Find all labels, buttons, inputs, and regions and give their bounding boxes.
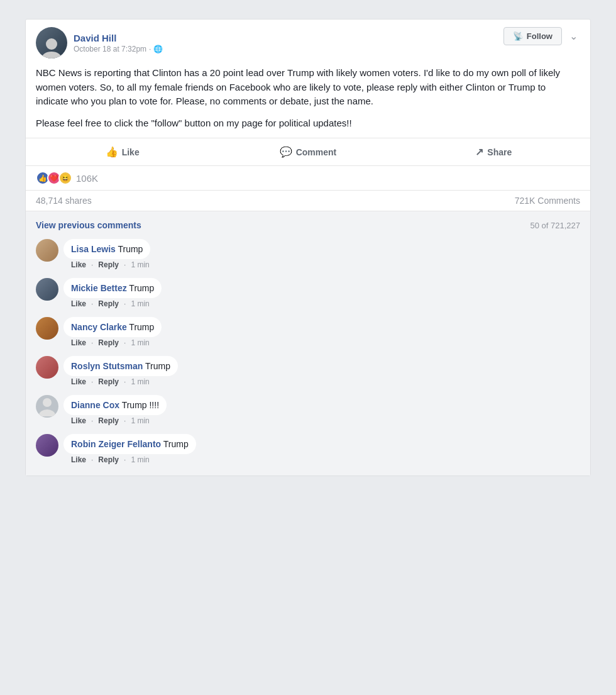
post-header: David Hill October 18 at 7:32pm · 🌐 📡 Fo…	[26, 19, 590, 64]
comment-bubble: Nancy Clarke Trump	[63, 317, 162, 337]
comment-item: Nancy Clarke Trump Like · Reply · 1 min	[26, 314, 590, 353]
dot-separator: ·	[124, 377, 126, 386]
comment-text: Trump	[145, 361, 170, 371]
comment-actions: Like · Reply · 1 min	[63, 454, 580, 464]
like-label: Like	[122, 147, 140, 157]
comment-actions: Like · Reply · 1 min	[63, 376, 580, 386]
comment-like-link[interactable]: Like	[71, 338, 86, 347]
comment-actions: Like · Reply · 1 min	[63, 337, 580, 347]
comments-container: Lisa Lewis Trump Like · Reply · 1 min Mi…	[26, 236, 590, 470]
comment-like-link[interactable]: Like	[71, 377, 86, 386]
dot-separator: ·	[91, 455, 93, 464]
commenter-avatar	[36, 356, 58, 379]
dot-separator: ·	[124, 260, 126, 269]
comment-item: Lisa Lewis Trump Like · Reply · 1 min	[26, 236, 590, 275]
dot-separator: ·	[124, 416, 126, 425]
dot-separator: ·	[124, 338, 126, 347]
comment-text: Trump	[118, 244, 143, 254]
shares-count[interactable]: 48,714 shares	[36, 196, 92, 206]
comment-item: Dianne Cox Trump !!!! Like · Reply · 1 m…	[26, 392, 590, 431]
comment-text: Trump	[163, 439, 189, 449]
reactions-bar: 👍 ❤️ 😆 106K	[26, 165, 590, 190]
comment-text: Trump	[129, 322, 154, 332]
post-header-left: David Hill October 18 at 7:32pm · 🌐	[36, 27, 163, 58]
comment-timestamp: 1 min	[131, 260, 149, 269]
svg-point-2	[43, 398, 52, 407]
svg-point-1	[41, 52, 62, 58]
commenter-avatar	[36, 395, 58, 418]
comment-like-link[interactable]: Like	[71, 260, 86, 269]
meta-dot: ·	[149, 45, 151, 53]
like-icon: 👍	[106, 146, 118, 158]
comment-actions: Like · Reply · 1 min	[63, 298, 580, 308]
comment-content: Lisa Lewis Trump Like · Reply · 1 min	[63, 239, 580, 269]
dot-separator: ·	[91, 299, 93, 308]
dot-separator: ·	[124, 299, 126, 308]
comment-bubble: Robin Zeiger Fellanto Trump	[63, 434, 196, 454]
follow-button[interactable]: 📡 Follow	[503, 27, 562, 45]
post-header-right: 📡 Follow ⌄	[503, 27, 580, 45]
share-button[interactable]: ↗ Share	[402, 141, 585, 163]
comment-reply-link[interactable]: Reply	[98, 455, 119, 464]
comment-button[interactable]: 💬 Comment	[216, 141, 399, 163]
comment-item: Robin Zeiger Fellanto Trump Like · Reply…	[26, 431, 590, 470]
commenter-name[interactable]: Robin Zeiger Fellanto	[71, 439, 161, 449]
view-previous-bar: View previous comments 50 of 721,227	[26, 216, 590, 236]
comment-reply-link[interactable]: Reply	[98, 416, 119, 425]
commenter-name[interactable]: Nancy Clarke	[71, 322, 127, 332]
chevron-down-icon[interactable]: ⌄	[567, 28, 580, 45]
post-body: NBC News is reporting that Clinton has a…	[26, 64, 590, 138]
comment-icon: 💬	[280, 146, 292, 158]
view-previous-link[interactable]: View previous comments	[36, 220, 141, 230]
comment-timestamp: 1 min	[131, 299, 149, 308]
comment-like-link[interactable]: Like	[71, 299, 86, 308]
share-label: Share	[487, 147, 512, 157]
post-meta: October 18 at 7:32pm · 🌐	[74, 45, 163, 53]
comment-reply-link[interactable]: Reply	[98, 299, 119, 308]
svg-point-0	[46, 38, 57, 50]
comment-content: Roslyn Stutsman Trump Like · Reply · 1 m…	[63, 356, 580, 386]
comment-bubble: Roslyn Stutsman Trump	[63, 356, 178, 376]
comments-count[interactable]: 721K Comments	[515, 196, 580, 206]
commenter-avatar	[36, 278, 58, 301]
comment-timestamp: 1 min	[131, 416, 149, 425]
comments-section: View previous comments 50 of 721,227 Lis…	[26, 211, 590, 475]
post-actions: 👍 Like 💬 Comment ↗ Share	[26, 138, 590, 165]
comment-item: Mickie Bettez Trump Like · Reply · 1 min	[26, 275, 590, 314]
comment-pagination: 50 of 721,227	[530, 221, 580, 230]
visibility-icon: 🌐	[153, 45, 163, 53]
comment-actions: Like · Reply · 1 min	[63, 415, 580, 425]
dot-separator: ·	[91, 260, 93, 269]
post-paragraph-1: NBC News is reporting that Clinton has a…	[36, 66, 580, 109]
comment-like-link[interactable]: Like	[71, 455, 86, 464]
like-button[interactable]: 👍 Like	[31, 141, 214, 163]
dot-separator: ·	[91, 338, 93, 347]
comment-reply-link[interactable]: Reply	[98, 377, 119, 386]
post-card: David Hill October 18 at 7:32pm · 🌐 📡 Fo…	[25, 19, 591, 476]
comment-reply-link[interactable]: Reply	[98, 260, 119, 269]
commenter-name[interactable]: Roslyn Stutsman	[71, 361, 143, 371]
haha-emoji: 😆	[58, 171, 72, 185]
comment-bubble: Lisa Lewis Trump	[63, 239, 150, 259]
comment-timestamp: 1 min	[131, 377, 149, 386]
commenter-name[interactable]: Mickie Bettez	[71, 283, 127, 293]
comment-bubble: Mickie Bettez Trump	[63, 278, 162, 298]
page-wrapper: David Hill October 18 at 7:32pm · 🌐 📡 Fo…	[0, 13, 616, 482]
share-icon: ↗	[475, 146, 483, 158]
svg-point-3	[39, 409, 55, 416]
comment-like-link[interactable]: Like	[71, 416, 86, 425]
commenter-avatar	[36, 239, 58, 262]
commenter-name[interactable]: Dianne Cox	[71, 400, 119, 410]
post-paragraph-2: Please feel free to click the "follow" b…	[36, 116, 580, 131]
author-avatar	[36, 27, 67, 58]
comment-text: Trump	[129, 283, 154, 293]
author-name[interactable]: David Hill	[74, 33, 163, 43]
comment-timestamp: 1 min	[131, 338, 149, 347]
comment-content: Nancy Clarke Trump Like · Reply · 1 min	[63, 317, 580, 347]
commenter-name[interactable]: Lisa Lewis	[71, 244, 116, 254]
reaction-count: 106K	[76, 173, 98, 184]
dot-separator: ·	[91, 416, 93, 425]
comment-reply-link[interactable]: Reply	[98, 338, 119, 347]
comment-content: Dianne Cox Trump !!!! Like · Reply · 1 m…	[63, 395, 580, 425]
comment-item: Roslyn Stutsman Trump Like · Reply · 1 m…	[26, 353, 590, 392]
